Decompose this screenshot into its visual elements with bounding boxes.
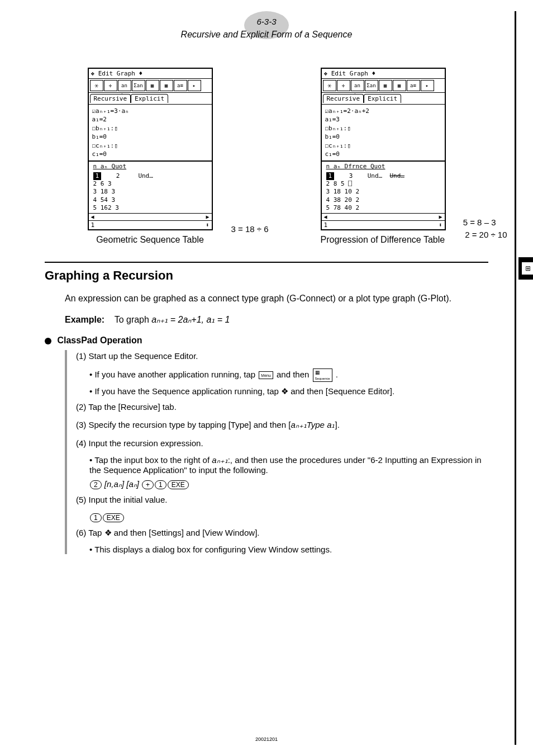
table-row: 1 3 Und… Und… xyxy=(326,172,440,180)
toolbar-btn[interactable]: Σan xyxy=(365,80,378,91)
table-row: 3 18 10 2 xyxy=(326,188,440,196)
section-divider xyxy=(45,262,488,263)
s1a-pre: • If you have another application runnin… xyxy=(89,370,258,379)
toolbar-btn[interactable]: ▦ xyxy=(379,80,392,91)
scroll-right-icon[interactable]: ▶ xyxy=(205,214,211,220)
key-plus: + xyxy=(142,480,154,489)
step-3: (3) Specify the recursion type by tappin… xyxy=(76,419,488,432)
eq-line: ☑aₙ₊₁=2·aₙ+2 xyxy=(325,107,441,115)
eq-line: c₁=0 xyxy=(92,150,208,158)
eq-line: a₁=3 xyxy=(325,115,441,124)
table-area-right: n aₙ Dfrnce Quot 1 3 Und… Und… 2 8 5 ⎕ 3… xyxy=(322,160,445,220)
s3-formula: aₙ₊₁Type a₁ xyxy=(291,420,335,429)
toolbar-btn[interactable]: ▦ xyxy=(160,80,173,91)
calc-screen-left: ❖ Edit Graph ♦ ⚹ ✢ an bn Σan ▦ ▦ a≡ ▸ Re… xyxy=(88,68,213,230)
toolbar-btn[interactable]: Σan xyxy=(132,80,145,91)
toolbar-btn[interactable]: a≡ xyxy=(407,80,420,91)
step-6a: • This displays a dialog box for configu… xyxy=(89,545,488,554)
eq-line: a₁=2 xyxy=(92,115,208,124)
menubar-left: ❖ Edit Graph ♦ xyxy=(89,69,212,79)
step-4a: • Tap the input box to the right of aₙ₊₁… xyxy=(89,455,488,475)
key-2: 2 xyxy=(90,480,102,489)
example-line: Example: To graph aₙ₊₁ = 2aₙ+1, a₁ = 1 xyxy=(65,313,488,327)
operation-heading: ClassPad Operation xyxy=(65,336,488,346)
status-icon: ⬍ xyxy=(439,221,442,229)
s3-pre: (3) Specify the recursion type by tappin… xyxy=(76,420,291,429)
toolbar-btn[interactable]: ▦ xyxy=(146,80,159,91)
tab-explicit[interactable]: Explicit xyxy=(131,94,168,103)
figure-right: ❖ Edit Graph ♦ ⚹ ✢ an bn Σan ▦ ▦ a≡ ▸ Re… xyxy=(321,68,446,245)
toolbar-btn[interactable]: a≡ xyxy=(174,80,187,91)
toolbar-btn[interactable]: ⚹ xyxy=(323,80,336,91)
annotation-right-1: 5 = 8 – 3 xyxy=(463,218,496,227)
status-icon: ⬍ xyxy=(206,221,210,229)
eq-line: ☐bₙ₊₁:▯ xyxy=(325,124,441,133)
s1a-end: . xyxy=(336,370,338,379)
eq-line: c₁=0 xyxy=(325,150,441,158)
table-header: n aₙ Quot xyxy=(93,163,207,171)
toolbar-btn[interactable]: ⚹ xyxy=(90,80,103,91)
key-1: 1 xyxy=(90,513,102,522)
scroll-left-icon[interactable]: ◀ xyxy=(90,214,96,220)
figure-left: ❖ Edit Graph ♦ ⚹ ✢ an bn Σan ▦ ▦ a≡ ▸ Re… xyxy=(88,68,213,245)
table-row: 5 78 40 2 xyxy=(326,204,440,212)
step-4b: 2 [n,aₙ] [aₙ] +1EXE xyxy=(89,479,488,489)
equation-area-right: ☑aₙ₊₁=2·aₙ+2 a₁=3 ☐bₙ₊₁:▯ b₁=0 ☐cₙ₊₁:▯ c… xyxy=(322,104,445,160)
row1-an: 3 xyxy=(349,172,353,179)
menubar-right: ❖ Edit Graph ♦ xyxy=(322,69,445,79)
toolbar-btn[interactable]: an bn xyxy=(118,80,131,91)
step-1b: • If you have the Sequence application r… xyxy=(89,386,488,396)
status-bar-left: 1 ⬍ xyxy=(89,220,212,229)
step-5a: 1EXE xyxy=(89,512,488,522)
right-margin-line xyxy=(515,11,516,745)
key-exe: EXE xyxy=(103,513,124,522)
scroll-right-icon[interactable]: ▶ xyxy=(438,214,444,220)
toolbar-btn[interactable]: ▸ xyxy=(421,80,434,91)
h-scrollbar[interactable]: ◀ ▶ xyxy=(89,213,212,220)
eq-line: b₁=0 xyxy=(325,133,441,141)
eq-line: ☐cₙ₊₁:▯ xyxy=(92,141,208,150)
eq-line: ☐bₙ₊₁:▯ xyxy=(92,124,208,133)
s4b-text: [n,aₙ] [aₙ] xyxy=(104,479,139,489)
toolbar-btn[interactable]: ▸ xyxy=(188,80,201,91)
key-1: 1 xyxy=(155,480,166,489)
toolbar-btn[interactable]: ✢ xyxy=(337,80,350,91)
figures-row: ❖ Edit Graph ♦ ⚹ ✢ an bn Σan ▦ ▦ a≡ ▸ Re… xyxy=(45,68,488,245)
caption-left: Geometric Sequence Table xyxy=(96,235,204,245)
step-4: (4) Input the recursion expression. xyxy=(76,437,488,450)
row1-q: Und… xyxy=(138,172,153,179)
toolbar-btn[interactable]: ✢ xyxy=(104,80,117,91)
example-text: To graph xyxy=(115,315,152,324)
eq-line: ☐cₙ₊₁:▯ xyxy=(325,141,441,150)
step-6: (6) Tap ❖ and then [Settings] and [View … xyxy=(76,527,488,540)
tab-recursive[interactable]: Recursive xyxy=(90,94,131,103)
tab-recursive[interactable]: Recursive xyxy=(323,94,364,103)
h-scrollbar[interactable]: ◀ ▶ xyxy=(322,213,445,220)
table-area-left: n aₙ Quot 1 2 Und… 2 6 3 3 18 3 4 54 3 5… xyxy=(89,160,212,220)
s4a-formula: aₙ₊₁ xyxy=(212,455,227,465)
row1-q: Und… xyxy=(390,172,405,179)
toolbar-btn[interactable]: ▦ xyxy=(393,80,406,91)
bullet-icon xyxy=(45,338,51,344)
caption-right: Progression of Difference Table xyxy=(321,235,445,245)
example-formula: aₙ₊₁ = 2aₙ+1, a₁ = 1 xyxy=(151,315,230,324)
step-5: (5) Input the initial value. xyxy=(76,494,488,507)
page-subtitle: Recursive and Explicit Form of a Sequenc… xyxy=(45,30,488,40)
sequence-icon: ▦Sequence xyxy=(313,368,332,382)
table-row: 3 18 3 xyxy=(93,188,207,196)
toolbar-btn[interactable]: an bn xyxy=(351,80,364,91)
row1-d: Und… xyxy=(368,172,383,179)
table-row: 1 2 Und… xyxy=(93,172,207,180)
calc-screen-right: ❖ Edit Graph ♦ ⚹ ✢ an bn Σan ▦ ▦ a≡ ▸ Re… xyxy=(321,68,446,230)
annotation-right-2: 2 = 20 ÷ 10 xyxy=(465,230,507,239)
s1a-mid: and then xyxy=(277,370,312,379)
key-exe: EXE xyxy=(168,480,189,489)
eq-line: ☑aₙ₊₁=3·aₙ xyxy=(92,107,208,115)
table-row: 2 6 3 xyxy=(93,180,207,188)
scroll-left-icon[interactable]: ◀ xyxy=(323,214,329,220)
page-header: 6-3-3 Recursive and Explicit Form of a S… xyxy=(45,17,488,40)
equation-area-left: ☑aₙ₊₁=3·aₙ a₁=2 ☐bₙ₊₁:▯ b₁=0 ☐cₙ₊₁:▯ c₁=… xyxy=(89,104,212,160)
tab-explicit[interactable]: Explicit xyxy=(364,94,401,103)
step-1a: • If you have another application runnin… xyxy=(89,368,488,382)
example-label: Example: xyxy=(65,315,104,324)
